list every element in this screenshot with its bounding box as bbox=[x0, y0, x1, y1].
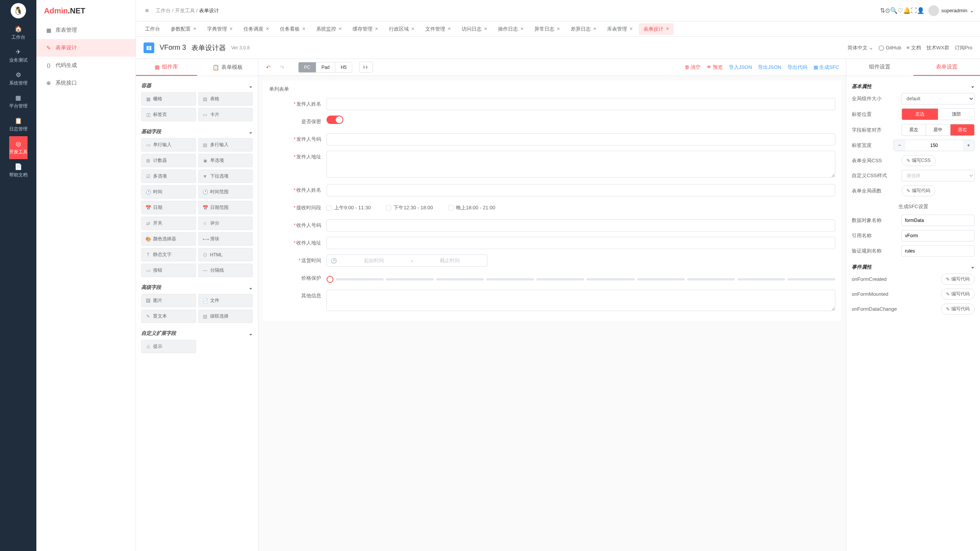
widget-栅格[interactable]: ▦栅格 bbox=[141, 92, 196, 106]
tab-操作日志[interactable]: 操作日志✕ bbox=[493, 23, 528, 35]
prop-tab-组件设置[interactable]: 组件设置 bbox=[846, 59, 913, 76]
widget-滑块[interactable]: ⟷滑块 bbox=[198, 232, 253, 246]
widget-时间[interactable]: 🕐时间 bbox=[141, 185, 196, 199]
recv-name-input[interactable] bbox=[327, 184, 835, 196]
ref-name-input[interactable] bbox=[902, 230, 975, 241]
basic-props-header[interactable]: 基本属性⌄ bbox=[852, 80, 975, 93]
top-action-icon[interactable]: 🔔 bbox=[903, 7, 911, 14]
lib-tab-组件库[interactable]: ▦组件库 bbox=[136, 59, 197, 76]
tab-访问日志[interactable]: 访问日志✕ bbox=[457, 23, 492, 35]
delivery-time-range[interactable]: 🕐 起始时间 - 截止时间 bbox=[327, 254, 487, 267]
tab-任务看板[interactable]: 任务看板✕ bbox=[275, 23, 310, 35]
top-action-icon[interactable]: ⇅ bbox=[880, 7, 885, 14]
tab-字典管理[interactable]: 字典管理✕ bbox=[203, 23, 237, 35]
close-icon[interactable]: ✕ bbox=[411, 26, 415, 31]
docs-link[interactable]: ≡文档 bbox=[906, 44, 921, 51]
event-onFormCreated-button[interactable]: ✎编写代码 bbox=[941, 274, 975, 285]
price-protect-slider[interactable] bbox=[327, 272, 835, 283]
close-icon[interactable]: ✕ bbox=[593, 26, 596, 31]
device-Pad[interactable]: Pad bbox=[316, 62, 335, 72]
widget-静态文字[interactable]: T静态文字 bbox=[141, 248, 196, 261]
widget-多选项[interactable]: ☑多选项 bbox=[141, 170, 196, 183]
widget-标签页[interactable]: ◫标签页 bbox=[141, 108, 196, 121]
user-menu[interactable]: superadmin ⌄ bbox=[928, 5, 974, 16]
tab-系统监控[interactable]: 系统监控✕ bbox=[312, 23, 346, 35]
close-icon[interactable]: ✕ bbox=[338, 26, 342, 31]
menu-表单设计[interactable]: ✎表单设计 bbox=[36, 39, 136, 57]
close-icon[interactable]: ✕ bbox=[557, 26, 560, 31]
tab-行政区域[interactable]: 行政区域✕ bbox=[384, 23, 419, 35]
action-生成SFC[interactable]: ▦生成SFC bbox=[811, 64, 841, 71]
tree-button[interactable]: ⊦⊦ bbox=[359, 62, 373, 73]
menu-代码生成[interactable]: ⟨⟩代码生成 bbox=[36, 57, 136, 74]
action-清空[interactable]: 🗑清空 bbox=[682, 64, 703, 71]
confidential-switch[interactable] bbox=[327, 116, 343, 124]
label-pos-left[interactable]: 左边 bbox=[902, 109, 938, 120]
rules-name-input[interactable] bbox=[902, 245, 975, 257]
data-name-input[interactable] bbox=[902, 215, 975, 226]
tab-工作台[interactable]: 工作台 bbox=[140, 23, 165, 35]
widget-下拉选项[interactable]: ▼下拉选项 bbox=[198, 170, 253, 183]
tab-任务调度[interactable]: 任务调度✕ bbox=[239, 23, 274, 35]
close-icon[interactable]: ✕ bbox=[375, 26, 378, 31]
event-props-header[interactable]: 事件属性⌄ bbox=[852, 261, 975, 274]
label-position-group[interactable]: 左边 顶部 bbox=[902, 108, 975, 120]
section-高级字段[interactable]: 高级字段⌄ bbox=[141, 281, 253, 294]
close-icon[interactable]: ✕ bbox=[666, 26, 669, 31]
widget-提示[interactable]: ⚠提示 bbox=[141, 340, 196, 353]
widget-计数器[interactable]: ⊞计数器 bbox=[141, 154, 196, 167]
widget-图片[interactable]: 🖼图片 bbox=[141, 294, 196, 307]
tab-库表管理[interactable]: 库表管理✕ bbox=[603, 23, 637, 35]
time-option[interactable]: 晚上18:00 - 21:00 bbox=[448, 202, 495, 214]
custom-css-select[interactable]: 请选择 bbox=[902, 170, 975, 181]
edit-code-button[interactable]: ✎编写代码 bbox=[902, 185, 935, 196]
device-H5[interactable]: H5 bbox=[335, 62, 352, 72]
nav-帮助文档[interactable]: 📄帮助文档 bbox=[9, 159, 28, 182]
widget-评分[interactable]: ☆评分 bbox=[198, 217, 253, 230]
tab-文件管理[interactable]: 文件管理✕ bbox=[421, 23, 456, 35]
close-icon[interactable]: ✕ bbox=[448, 26, 451, 31]
tab-异常日志[interactable]: 异常日志✕ bbox=[530, 23, 565, 35]
section-基础字段[interactable]: 基础字段⌄ bbox=[141, 125, 253, 138]
lib-tab-表单模板[interactable]: 📋表单模板 bbox=[197, 59, 258, 76]
label-width-stepper[interactable]: − + bbox=[893, 140, 975, 151]
close-icon[interactable]: ✕ bbox=[229, 26, 233, 31]
undo-button[interactable]: ↶ bbox=[263, 63, 274, 72]
github-link[interactable]: ◯GitHub bbox=[879, 45, 901, 51]
close-icon[interactable]: ✕ bbox=[629, 26, 633, 31]
widget-表格[interactable]: ▤表格 bbox=[198, 92, 253, 106]
top-action-icon[interactable]: 🔍 bbox=[890, 7, 898, 14]
event-onFormMounted-button[interactable]: ✎编写代码 bbox=[941, 289, 975, 300]
other-textarea[interactable] bbox=[327, 290, 835, 311]
widget-日期[interactable]: 📅日期 bbox=[141, 201, 196, 214]
nav-业务测试[interactable]: ✈业务测试 bbox=[9, 44, 28, 67]
close-icon[interactable]: ✕ bbox=[266, 26, 269, 31]
tab-差异日志[interactable]: 差异日志✕ bbox=[566, 23, 601, 35]
hamburger-icon[interactable]: ≡ bbox=[142, 7, 152, 14]
sender-name-input[interactable] bbox=[327, 98, 835, 110]
subscribe-link[interactable]: 订阅Pro bbox=[955, 44, 972, 51]
menu-库表管理[interactable]: ▦库表管理 bbox=[36, 21, 136, 39]
edit-css-button[interactable]: ✎编写CSS bbox=[902, 155, 936, 166]
event-onFormDataChange-button[interactable]: ✎编写代码 bbox=[941, 303, 975, 315]
sender-addr-textarea[interactable] bbox=[327, 151, 835, 178]
nav-开发工具[interactable]: ◎开发工具 bbox=[9, 136, 28, 159]
section-容器[interactable]: 容器⌄ bbox=[141, 79, 253, 92]
action-预览[interactable]: 👁预览 bbox=[704, 64, 725, 71]
top-action-icon[interactable]: ♡ bbox=[898, 7, 903, 14]
label-align-group[interactable]: 居左 居中 居右 bbox=[902, 124, 975, 136]
align-right[interactable]: 居右 bbox=[951, 124, 974, 135]
tab-参数配置[interactable]: 参数配置✕ bbox=[166, 23, 201, 35]
sender-phone-input[interactable] bbox=[327, 133, 835, 145]
top-action-icon[interactable]: 👤 bbox=[917, 7, 924, 14]
top-action-icon[interactable]: ⛶ bbox=[911, 7, 917, 14]
prop-tab-表单设置[interactable]: 表单设置 bbox=[913, 59, 980, 76]
label-width-input[interactable] bbox=[905, 140, 963, 151]
time-option[interactable]: 上午9:00 - 11:30 bbox=[327, 202, 371, 214]
action-导入JSON[interactable]: 导入JSON bbox=[727, 64, 755, 71]
widget-卡片[interactable]: ▭卡片 bbox=[198, 108, 253, 121]
widget-HTML[interactable]: ⟨⟩HTML bbox=[198, 248, 253, 261]
language-selector[interactable]: 简体中文⌄ bbox=[848, 44, 873, 51]
action-导出代码[interactable]: 导出代码 bbox=[785, 64, 810, 71]
close-icon[interactable]: ✕ bbox=[302, 26, 305, 31]
